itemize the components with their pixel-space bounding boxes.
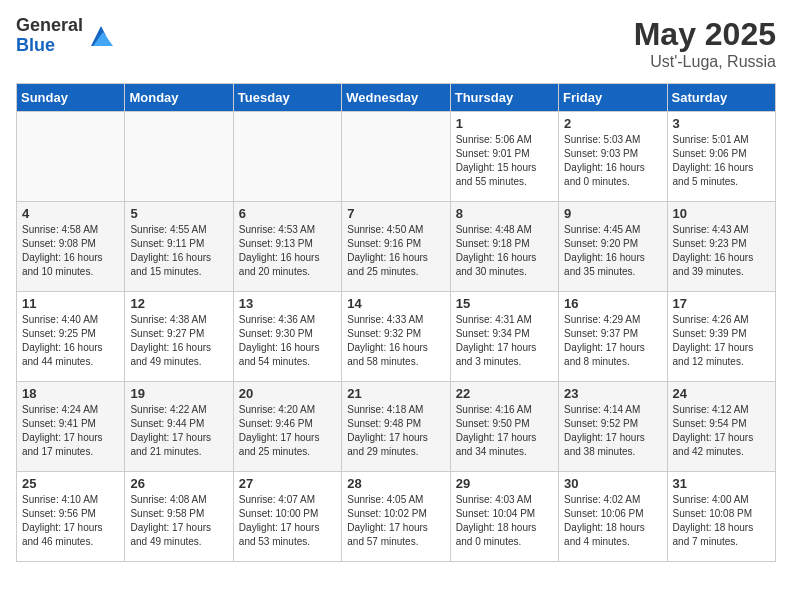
logo-icon <box>87 22 115 50</box>
calendar-cell-w3d1: 11Sunrise: 4:40 AMSunset: 9:25 PMDayligh… <box>17 292 125 382</box>
calendar-cell-w1d7: 3Sunrise: 5:01 AMSunset: 9:06 PMDaylight… <box>667 112 775 202</box>
day-number: 8 <box>456 206 553 221</box>
day-info: Sunrise: 4:00 AMSunset: 10:08 PMDaylight… <box>673 493 770 549</box>
day-info: Sunrise: 4:02 AMSunset: 10:06 PMDaylight… <box>564 493 661 549</box>
calendar-cell-w5d7: 31Sunrise: 4:00 AMSunset: 10:08 PMDaylig… <box>667 472 775 562</box>
calendar-cell-w3d4: 14Sunrise: 4:33 AMSunset: 9:32 PMDayligh… <box>342 292 450 382</box>
title-block: May 2025 Ust'-Luga, Russia <box>634 16 776 71</box>
header-friday: Friday <box>559 84 667 112</box>
day-info: Sunrise: 5:06 AMSunset: 9:01 PMDaylight:… <box>456 133 553 189</box>
day-info: Sunrise: 4:38 AMSunset: 9:27 PMDaylight:… <box>130 313 227 369</box>
day-number: 2 <box>564 116 661 131</box>
day-info: Sunrise: 4:22 AMSunset: 9:44 PMDaylight:… <box>130 403 227 459</box>
day-number: 20 <box>239 386 336 401</box>
calendar-cell-w3d3: 13Sunrise: 4:36 AMSunset: 9:30 PMDayligh… <box>233 292 341 382</box>
day-number: 26 <box>130 476 227 491</box>
day-info: Sunrise: 5:03 AMSunset: 9:03 PMDaylight:… <box>564 133 661 189</box>
calendar-cell-w4d5: 22Sunrise: 4:16 AMSunset: 9:50 PMDayligh… <box>450 382 558 472</box>
day-number: 11 <box>22 296 119 311</box>
calendar-cell-w4d4: 21Sunrise: 4:18 AMSunset: 9:48 PMDayligh… <box>342 382 450 472</box>
day-info: Sunrise: 5:01 AMSunset: 9:06 PMDaylight:… <box>673 133 770 189</box>
day-number: 29 <box>456 476 553 491</box>
day-number: 25 <box>22 476 119 491</box>
day-number: 18 <box>22 386 119 401</box>
day-info: Sunrise: 4:29 AMSunset: 9:37 PMDaylight:… <box>564 313 661 369</box>
calendar-week-4: 18Sunrise: 4:24 AMSunset: 9:41 PMDayligh… <box>17 382 776 472</box>
day-info: Sunrise: 4:18 AMSunset: 9:48 PMDaylight:… <box>347 403 444 459</box>
day-number: 17 <box>673 296 770 311</box>
calendar-week-5: 25Sunrise: 4:10 AMSunset: 9:56 PMDayligh… <box>17 472 776 562</box>
title-location: Ust'-Luga, Russia <box>634 53 776 71</box>
calendar-cell-w4d3: 20Sunrise: 4:20 AMSunset: 9:46 PMDayligh… <box>233 382 341 472</box>
day-number: 9 <box>564 206 661 221</box>
day-number: 1 <box>456 116 553 131</box>
day-number: 7 <box>347 206 444 221</box>
day-info: Sunrise: 4:24 AMSunset: 9:41 PMDaylight:… <box>22 403 119 459</box>
calendar-cell-w1d4 <box>342 112 450 202</box>
day-info: Sunrise: 4:10 AMSunset: 9:56 PMDaylight:… <box>22 493 119 549</box>
calendar-cell-w1d3 <box>233 112 341 202</box>
calendar-cell-w5d3: 27Sunrise: 4:07 AMSunset: 10:00 PMDaylig… <box>233 472 341 562</box>
calendar-cell-w5d6: 30Sunrise: 4:02 AMSunset: 10:06 PMDaylig… <box>559 472 667 562</box>
day-info: Sunrise: 4:36 AMSunset: 9:30 PMDaylight:… <box>239 313 336 369</box>
day-number: 19 <box>130 386 227 401</box>
day-info: Sunrise: 4:07 AMSunset: 10:00 PMDaylight… <box>239 493 336 549</box>
calendar-cell-w2d6: 9Sunrise: 4:45 AMSunset: 9:20 PMDaylight… <box>559 202 667 292</box>
day-info: Sunrise: 4:40 AMSunset: 9:25 PMDaylight:… <box>22 313 119 369</box>
calendar-cell-w2d3: 6Sunrise: 4:53 AMSunset: 9:13 PMDaylight… <box>233 202 341 292</box>
logo-blue-text: Blue <box>16 36 83 56</box>
calendar-cell-w5d2: 26Sunrise: 4:08 AMSunset: 9:58 PMDayligh… <box>125 472 233 562</box>
day-number: 24 <box>673 386 770 401</box>
day-number: 3 <box>673 116 770 131</box>
day-number: 22 <box>456 386 553 401</box>
day-info: Sunrise: 4:53 AMSunset: 9:13 PMDaylight:… <box>239 223 336 279</box>
calendar-cell-w2d4: 7Sunrise: 4:50 AMSunset: 9:16 PMDaylight… <box>342 202 450 292</box>
day-number: 12 <box>130 296 227 311</box>
logo-general-text: General <box>16 16 83 36</box>
calendar-cell-w1d5: 1Sunrise: 5:06 AMSunset: 9:01 PMDaylight… <box>450 112 558 202</box>
day-info: Sunrise: 4:20 AMSunset: 9:46 PMDaylight:… <box>239 403 336 459</box>
calendar-cell-w2d1: 4Sunrise: 4:58 AMSunset: 9:08 PMDaylight… <box>17 202 125 292</box>
calendar-cell-w3d2: 12Sunrise: 4:38 AMSunset: 9:27 PMDayligh… <box>125 292 233 382</box>
day-info: Sunrise: 4:12 AMSunset: 9:54 PMDaylight:… <box>673 403 770 459</box>
logo: General Blue <box>16 16 115 56</box>
calendar-week-2: 4Sunrise: 4:58 AMSunset: 9:08 PMDaylight… <box>17 202 776 292</box>
day-number: 13 <box>239 296 336 311</box>
calendar-cell-w4d2: 19Sunrise: 4:22 AMSunset: 9:44 PMDayligh… <box>125 382 233 472</box>
day-info: Sunrise: 4:05 AMSunset: 10:02 PMDaylight… <box>347 493 444 549</box>
day-number: 16 <box>564 296 661 311</box>
day-number: 23 <box>564 386 661 401</box>
day-number: 5 <box>130 206 227 221</box>
calendar-cell-w2d2: 5Sunrise: 4:55 AMSunset: 9:11 PMDaylight… <box>125 202 233 292</box>
calendar-week-1: 1Sunrise: 5:06 AMSunset: 9:01 PMDaylight… <box>17 112 776 202</box>
header-tuesday: Tuesday <box>233 84 341 112</box>
day-info: Sunrise: 4:33 AMSunset: 9:32 PMDaylight:… <box>347 313 444 369</box>
header-row: Sunday Monday Tuesday Wednesday Thursday… <box>17 84 776 112</box>
calendar-cell-w4d7: 24Sunrise: 4:12 AMSunset: 9:54 PMDayligh… <box>667 382 775 472</box>
day-number: 28 <box>347 476 444 491</box>
day-number: 14 <box>347 296 444 311</box>
calendar-cell-w2d7: 10Sunrise: 4:43 AMSunset: 9:23 PMDayligh… <box>667 202 775 292</box>
calendar-week-3: 11Sunrise: 4:40 AMSunset: 9:25 PMDayligh… <box>17 292 776 382</box>
calendar-cell-w5d4: 28Sunrise: 4:05 AMSunset: 10:02 PMDaylig… <box>342 472 450 562</box>
day-number: 15 <box>456 296 553 311</box>
header-sunday: Sunday <box>17 84 125 112</box>
header-wednesday: Wednesday <box>342 84 450 112</box>
header-thursday: Thursday <box>450 84 558 112</box>
calendar-cell-w5d5: 29Sunrise: 4:03 AMSunset: 10:04 PMDaylig… <box>450 472 558 562</box>
page-header: General Blue May 2025 Ust'-Luga, Russia <box>16 16 776 71</box>
calendar-table: Sunday Monday Tuesday Wednesday Thursday… <box>16 83 776 562</box>
day-info: Sunrise: 4:55 AMSunset: 9:11 PMDaylight:… <box>130 223 227 279</box>
day-info: Sunrise: 4:50 AMSunset: 9:16 PMDaylight:… <box>347 223 444 279</box>
day-number: 30 <box>564 476 661 491</box>
calendar-cell-w1d6: 2Sunrise: 5:03 AMSunset: 9:03 PMDaylight… <box>559 112 667 202</box>
calendar-cell-w4d6: 23Sunrise: 4:14 AMSunset: 9:52 PMDayligh… <box>559 382 667 472</box>
day-number: 4 <box>22 206 119 221</box>
day-number: 10 <box>673 206 770 221</box>
day-number: 31 <box>673 476 770 491</box>
header-monday: Monday <box>125 84 233 112</box>
header-saturday: Saturday <box>667 84 775 112</box>
day-info: Sunrise: 4:08 AMSunset: 9:58 PMDaylight:… <box>130 493 227 549</box>
calendar-cell-w3d5: 15Sunrise: 4:31 AMSunset: 9:34 PMDayligh… <box>450 292 558 382</box>
day-info: Sunrise: 4:43 AMSunset: 9:23 PMDaylight:… <box>673 223 770 279</box>
